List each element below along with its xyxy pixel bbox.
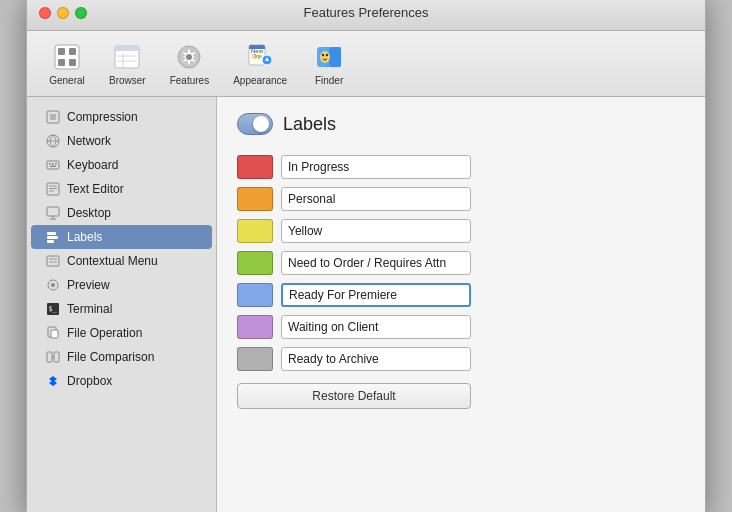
preview-icon [45,277,61,293]
toolbar-item-appearance[interactable]: N New One Appearance [223,37,297,90]
svg-rect-23 [329,47,341,67]
sidebar-item-compression[interactable]: Compression [31,105,212,129]
minimize-button[interactable] [57,7,69,19]
appearance-label: Appearance [233,75,287,86]
sidebar-item-file-comparison[interactable]: File Comparison [31,345,212,369]
preview-label: Preview [67,278,110,292]
sidebar-item-network[interactable]: Network [31,129,212,153]
desktop-label: Desktop [67,206,111,220]
labels-label: Labels [67,230,102,244]
sidebar-item-labels[interactable]: Labels [31,225,212,249]
sidebar-item-text-editor[interactable]: Text Editor [31,177,212,201]
label-row [237,315,685,339]
label-input[interactable] [281,347,471,371]
svg-rect-49 [47,256,59,266]
svg-rect-38 [50,166,56,168]
sidebar-item-file-operation[interactable]: File Operation [31,321,212,345]
toolbar-item-finder[interactable]: Finder [301,37,357,90]
toolbar-item-features[interactable]: Features [160,37,219,90]
main-panel: Labels Restore Default [217,97,705,512]
svg-point-27 [326,54,328,56]
dropbox-icon [45,373,61,389]
svg-rect-37 [55,163,57,165]
general-label: General [49,75,85,86]
svg-rect-57 [51,330,58,338]
features-icon [173,41,205,73]
titlebar: Features Preferences [27,0,705,31]
label-row [237,283,685,307]
svg-rect-59 [54,352,59,362]
toolbar-item-browser[interactable]: Browser [99,37,156,90]
contextual-menu-label: Contextual Menu [67,254,158,268]
label-input[interactable] [281,187,471,211]
color-swatch[interactable] [237,251,273,275]
terminal-label: Terminal [67,302,112,316]
close-button[interactable] [39,7,51,19]
text-editor-icon [45,181,61,197]
features-label: Features [170,75,209,86]
svg-rect-48 [47,240,54,243]
svg-rect-58 [47,352,52,362]
restore-default-button[interactable]: Restore Default [237,383,471,409]
labels-icon [45,229,61,245]
color-swatch[interactable] [237,187,273,211]
svg-rect-47 [47,236,58,239]
svg-rect-36 [52,163,54,165]
panel-header: Labels [237,113,685,135]
label-input[interactable] [281,315,471,339]
label-row [237,155,685,179]
svg-rect-3 [58,59,65,66]
label-row [237,251,685,275]
svg-rect-43 [47,207,59,216]
dropbox-label: Dropbox [67,374,112,388]
svg-rect-39 [47,183,59,195]
desktop-icon [45,205,61,221]
color-swatch[interactable] [237,283,273,307]
main-window: Features Preferences General [26,0,706,512]
traffic-lights [39,7,87,19]
sidebar-item-contextual-menu[interactable]: Contextual Menu [31,249,212,273]
window-title: Features Preferences [303,5,428,20]
color-swatch[interactable] [237,347,273,371]
sidebar-item-keyboard[interactable]: Keyboard [31,153,212,177]
text-editor-label: Text Editor [67,182,124,196]
browser-icon [111,41,143,73]
svg-point-26 [322,54,324,56]
color-swatch[interactable] [237,155,273,179]
svg-marker-62 [49,380,57,386]
sidebar-item-terminal[interactable]: $_ Terminal [31,297,212,321]
svg-rect-7 [115,49,139,51]
color-swatch[interactable] [237,315,273,339]
svg-point-53 [51,283,55,287]
svg-rect-34 [47,161,59,169]
label-input[interactable] [281,219,471,243]
label-input[interactable] [281,283,471,307]
browser-label: Browser [109,75,146,86]
panel-toggle[interactable] [237,113,273,135]
compression-icon [45,109,61,125]
appearance-icon: N New One [244,41,276,73]
panel-title: Labels [283,114,336,135]
label-input[interactable] [281,155,471,179]
sidebar-item-preview[interactable]: Preview [31,273,212,297]
svg-text:$_: $_ [49,305,58,313]
sidebar-item-desktop[interactable]: Desktop [31,201,212,225]
file-comparison-label: File Comparison [67,350,154,364]
network-label: Network [67,134,111,148]
sidebar-item-dropbox[interactable]: Dropbox [31,369,212,393]
label-input[interactable] [281,251,471,275]
toolbar: General Browser [27,31,705,97]
color-swatch[interactable] [237,219,273,243]
label-row [237,347,685,371]
toolbar-item-general[interactable]: General [39,37,95,90]
label-row [237,187,685,211]
terminal-icon: $_ [45,301,61,317]
contextual-menu-icon [45,253,61,269]
svg-rect-35 [49,163,51,165]
file-operation-icon [45,325,61,341]
maximize-button[interactable] [75,7,87,19]
file-comparison-icon [45,349,61,365]
svg-rect-2 [69,48,76,55]
general-icon [51,41,83,73]
keyboard-icon [45,157,61,173]
